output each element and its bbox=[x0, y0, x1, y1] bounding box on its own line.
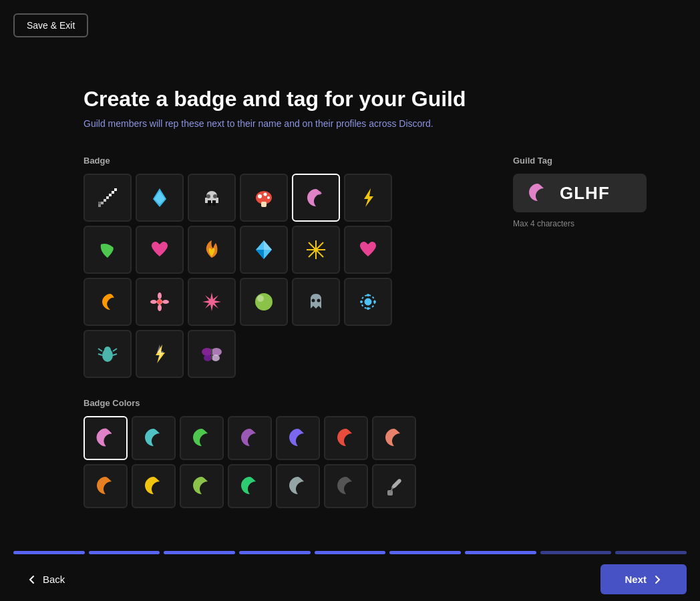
color-cell-green[interactable] bbox=[180, 416, 224, 460]
badge-cell-orb[interactable] bbox=[240, 278, 288, 326]
svg-point-40 bbox=[312, 299, 315, 303]
progress-segment bbox=[164, 551, 235, 554]
guild-tag-display: GLHF bbox=[513, 174, 647, 212]
color-cell-teal[interactable] bbox=[132, 416, 176, 460]
svg-rect-7 bbox=[114, 188, 117, 191]
badge-cell-sword[interactable] bbox=[83, 174, 132, 222]
badge-cell-moon-selected[interactable] bbox=[292, 174, 340, 222]
svg-point-17 bbox=[258, 194, 262, 198]
badge-cell-gear[interactable] bbox=[344, 278, 392, 326]
svg-rect-3 bbox=[104, 199, 106, 202]
badge-cell-fire[interactable] bbox=[188, 226, 236, 274]
color-cell-orange[interactable] bbox=[83, 464, 128, 508]
color-cell-red[interactable] bbox=[324, 416, 368, 460]
svg-point-49 bbox=[104, 347, 111, 353]
svg-rect-13 bbox=[212, 200, 216, 206]
svg-rect-5 bbox=[109, 194, 112, 196]
svg-marker-24 bbox=[264, 240, 272, 250]
color-cell-violet[interactable] bbox=[276, 416, 320, 460]
progress-segment bbox=[465, 551, 536, 554]
svg-rect-6 bbox=[112, 191, 114, 194]
svg-point-30 bbox=[314, 248, 318, 252]
svg-point-21 bbox=[317, 191, 321, 195]
badge-cell-diamond[interactable] bbox=[240, 226, 288, 274]
left-column: Badge bbox=[83, 156, 473, 508]
progress-segment bbox=[239, 551, 311, 554]
svg-point-39 bbox=[257, 295, 264, 302]
badge-cell-skull[interactable] bbox=[188, 174, 236, 222]
svg-rect-2 bbox=[98, 202, 101, 204]
progress-segment bbox=[540, 551, 612, 554]
progress-bar-container bbox=[0, 551, 700, 554]
svg-point-34 bbox=[158, 305, 162, 311]
svg-point-37 bbox=[158, 300, 162, 304]
color-cell-eyedropper[interactable] bbox=[372, 464, 416, 508]
progress-segment bbox=[615, 551, 687, 554]
svg-point-36 bbox=[162, 300, 169, 304]
bottom-nav: Back Next bbox=[0, 558, 700, 601]
svg-line-51 bbox=[113, 349, 117, 351]
svg-point-14 bbox=[206, 194, 210, 198]
next-arrow-icon bbox=[652, 574, 663, 585]
svg-rect-12 bbox=[208, 200, 211, 206]
next-label: Next bbox=[625, 574, 647, 585]
badge-colors-label: Badge Colors bbox=[83, 398, 473, 408]
svg-rect-11 bbox=[205, 198, 218, 203]
svg-point-41 bbox=[317, 299, 321, 303]
color-cell-salmon[interactable] bbox=[372, 416, 416, 460]
badge-cell-lightning2[interactable] bbox=[136, 330, 184, 378]
color-cell-emerald[interactable] bbox=[228, 464, 272, 508]
svg-point-38 bbox=[255, 293, 273, 311]
svg-line-53 bbox=[113, 354, 117, 355]
back-label: Back bbox=[43, 574, 65, 585]
svg-point-42 bbox=[365, 298, 371, 305]
page-subtitle: Guild members will rep these next to the… bbox=[83, 118, 667, 129]
svg-rect-4 bbox=[106, 196, 109, 199]
color-cell-silver[interactable] bbox=[276, 464, 320, 508]
svg-rect-0 bbox=[98, 204, 101, 207]
svg-point-18 bbox=[264, 193, 267, 196]
max-chars-label: Max 4 characters bbox=[513, 219, 667, 228]
svg-point-58 bbox=[204, 355, 212, 361]
badge-cell-flower[interactable] bbox=[136, 278, 184, 326]
color-cell-pink[interactable] bbox=[83, 416, 128, 460]
color-cell-lime[interactable] bbox=[180, 464, 224, 508]
next-button[interactable]: Next bbox=[600, 564, 687, 594]
badge-cell-crescent-moon[interactable] bbox=[83, 278, 132, 326]
badge-cell-lightning[interactable] bbox=[344, 174, 392, 222]
progress-segment bbox=[315, 551, 386, 554]
color-cell-yellow[interactable] bbox=[132, 464, 176, 508]
page-title: Create a badge and tag for your Guild bbox=[83, 87, 667, 112]
badge-cell-leaf[interactable] bbox=[83, 226, 132, 274]
svg-point-45 bbox=[367, 307, 369, 310]
svg-line-52 bbox=[98, 354, 102, 355]
badge-cell-bug[interactable] bbox=[83, 330, 132, 378]
svg-point-59 bbox=[212, 355, 220, 361]
svg-marker-22 bbox=[364, 188, 373, 207]
guild-tag-label: Guild Tag bbox=[513, 156, 667, 166]
guild-tag-text[interactable]: GLHF bbox=[560, 183, 610, 204]
progress-segment bbox=[389, 551, 461, 554]
badge-cell-star-cross[interactable] bbox=[188, 278, 236, 326]
badge-cell-mushroom[interactable] bbox=[240, 174, 288, 222]
svg-point-44 bbox=[367, 294, 369, 296]
main-content: Create a badge and tag for your Guild Gu… bbox=[83, 87, 667, 508]
badge-cell-ghost[interactable] bbox=[292, 278, 340, 326]
badge-cell-heart2[interactable] bbox=[344, 226, 392, 274]
badge-cell-butterfly[interactable] bbox=[188, 330, 236, 378]
color-cell-dark[interactable] bbox=[324, 464, 368, 508]
back-button[interactable]: Back bbox=[13, 566, 78, 593]
svg-rect-60 bbox=[211, 349, 212, 359]
badge-grid bbox=[83, 174, 473, 378]
badge-cell-heart[interactable] bbox=[136, 226, 184, 274]
badge-cell-star-sparkle[interactable] bbox=[292, 226, 340, 274]
save-exit-button[interactable]: Save & Exit bbox=[13, 13, 88, 37]
badge-cell-water[interactable] bbox=[136, 174, 184, 222]
svg-rect-20 bbox=[261, 202, 267, 207]
color-cell-lavender[interactable] bbox=[228, 416, 272, 460]
svg-point-47 bbox=[373, 300, 376, 303]
svg-point-33 bbox=[158, 292, 162, 299]
back-arrow-icon bbox=[27, 574, 37, 585]
svg-point-46 bbox=[360, 300, 363, 303]
svg-line-50 bbox=[98, 349, 102, 351]
